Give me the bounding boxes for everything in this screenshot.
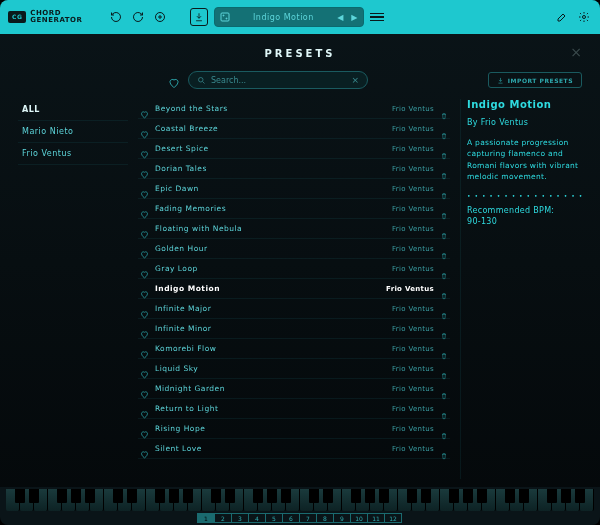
- white-key[interactable]: [510, 489, 524, 511]
- page-button[interactable]: 5: [265, 513, 283, 523]
- page-button[interactable]: 2: [214, 513, 232, 523]
- delete-icon[interactable]: [440, 365, 448, 373]
- prev-preset-button[interactable]: ◀: [335, 13, 345, 22]
- white-key[interactable]: [118, 489, 132, 511]
- white-key[interactable]: [384, 489, 398, 511]
- white-key[interactable]: [230, 489, 244, 511]
- preset-row[interactable]: Liquid SkyFrio Ventus: [138, 359, 450, 379]
- white-key[interactable]: [454, 489, 468, 511]
- white-key[interactable]: [342, 489, 356, 511]
- preset-row[interactable]: Indigo MotionFrio Ventus: [138, 279, 450, 299]
- page-button[interactable]: 10: [350, 513, 368, 523]
- heart-icon[interactable]: [140, 104, 149, 113]
- heart-icon[interactable]: [140, 364, 149, 373]
- white-key[interactable]: [132, 489, 146, 511]
- heart-icon[interactable]: [140, 204, 149, 213]
- heart-icon[interactable]: [140, 264, 149, 273]
- white-key[interactable]: [580, 489, 594, 511]
- preset-row[interactable]: Komorebi FlowFrio Ventus: [138, 339, 450, 359]
- page-button[interactable]: 6: [282, 513, 300, 523]
- add-button[interactable]: [152, 9, 168, 25]
- heart-icon[interactable]: [140, 184, 149, 193]
- piano-keyboard[interactable]: 123456789101112: [0, 487, 600, 525]
- heart-icon[interactable]: [140, 444, 149, 453]
- white-key[interactable]: [524, 489, 538, 511]
- white-key[interactable]: [426, 489, 440, 511]
- delete-icon[interactable]: [440, 185, 448, 193]
- preset-row[interactable]: Infinite MajorFrio Ventus: [138, 299, 450, 319]
- delete-icon[interactable]: [440, 125, 448, 133]
- white-key[interactable]: [62, 489, 76, 511]
- white-key[interactable]: [314, 489, 328, 511]
- white-key[interactable]: [174, 489, 188, 511]
- brush-button[interactable]: [554, 9, 570, 25]
- delete-icon[interactable]: [440, 345, 448, 353]
- delete-icon[interactable]: [440, 285, 448, 293]
- preset-row[interactable]: Silent LoveFrio Ventus: [138, 439, 450, 459]
- delete-icon[interactable]: [440, 385, 448, 393]
- close-button[interactable]: ×: [570, 44, 582, 60]
- clear-search-button[interactable]: ×: [351, 75, 359, 85]
- preset-row[interactable]: Return to LightFrio Ventus: [138, 399, 450, 419]
- author-item[interactable]: ALL: [18, 99, 128, 121]
- preset-row[interactable]: Desert SpiceFrio Ventus: [138, 139, 450, 159]
- delete-icon[interactable]: [440, 145, 448, 153]
- settings-button[interactable]: [576, 9, 592, 25]
- delete-icon[interactable]: [440, 205, 448, 213]
- white-key[interactable]: [538, 489, 552, 511]
- white-key[interactable]: [356, 489, 370, 511]
- delete-icon[interactable]: [440, 225, 448, 233]
- white-key[interactable]: [34, 489, 48, 511]
- delete-icon[interactable]: [440, 305, 448, 313]
- delete-icon[interactable]: [440, 265, 448, 273]
- page-button[interactable]: 1: [197, 513, 215, 523]
- page-button[interactable]: 3: [231, 513, 249, 523]
- heart-icon[interactable]: [140, 224, 149, 233]
- heart-icon[interactable]: [140, 424, 149, 433]
- search-input[interactable]: Search... ×: [188, 71, 368, 89]
- heart-icon[interactable]: [140, 344, 149, 353]
- white-key[interactable]: [216, 489, 230, 511]
- white-key[interactable]: [328, 489, 342, 511]
- delete-icon[interactable]: [440, 405, 448, 413]
- preset-row[interactable]: Fading MemoriesFrio Ventus: [138, 199, 450, 219]
- preset-row[interactable]: Epic DawnFrio Ventus: [138, 179, 450, 199]
- white-key[interactable]: [48, 489, 62, 511]
- white-key[interactable]: [300, 489, 314, 511]
- undo-button[interactable]: [108, 9, 124, 25]
- delete-icon[interactable]: [440, 245, 448, 253]
- preset-row[interactable]: Coastal BreezeFrio Ventus: [138, 119, 450, 139]
- preset-row[interactable]: Infinite MinorFrio Ventus: [138, 319, 450, 339]
- preset-row[interactable]: Rising HopeFrio Ventus: [138, 419, 450, 439]
- white-key[interactable]: [90, 489, 104, 511]
- preset-display[interactable]: Indigo Motion ◀ ▶: [214, 7, 364, 27]
- heart-icon[interactable]: [140, 244, 149, 253]
- preset-row[interactable]: Dorian TalesFrio Ventus: [138, 159, 450, 179]
- white-key[interactable]: [188, 489, 202, 511]
- page-button[interactable]: 7: [299, 513, 317, 523]
- white-key[interactable]: [440, 489, 454, 511]
- white-key[interactable]: [566, 489, 580, 511]
- white-key[interactable]: [202, 489, 216, 511]
- white-key[interactable]: [6, 489, 20, 511]
- page-button[interactable]: 8: [316, 513, 334, 523]
- next-preset-button[interactable]: ▶: [349, 13, 359, 22]
- import-presets-button[interactable]: IMPORT PRESETS: [488, 72, 582, 88]
- white-key[interactable]: [76, 489, 90, 511]
- white-key[interactable]: [552, 489, 566, 511]
- favorites-filter[interactable]: [168, 74, 180, 86]
- preset-row[interactable]: Beyond the StarsFrio Ventus: [138, 99, 450, 119]
- author-item[interactable]: Frio Ventus: [18, 143, 128, 165]
- white-key[interactable]: [482, 489, 496, 511]
- preset-row[interactable]: Gray LoopFrio Ventus: [138, 259, 450, 279]
- save-button[interactable]: [190, 8, 208, 26]
- white-key[interactable]: [244, 489, 258, 511]
- heart-icon[interactable]: [140, 304, 149, 313]
- delete-icon[interactable]: [440, 325, 448, 333]
- white-key[interactable]: [104, 489, 118, 511]
- heart-icon[interactable]: [140, 384, 149, 393]
- heart-icon[interactable]: [140, 324, 149, 333]
- menu-button[interactable]: [370, 13, 384, 22]
- white-key[interactable]: [370, 489, 384, 511]
- white-key[interactable]: [496, 489, 510, 511]
